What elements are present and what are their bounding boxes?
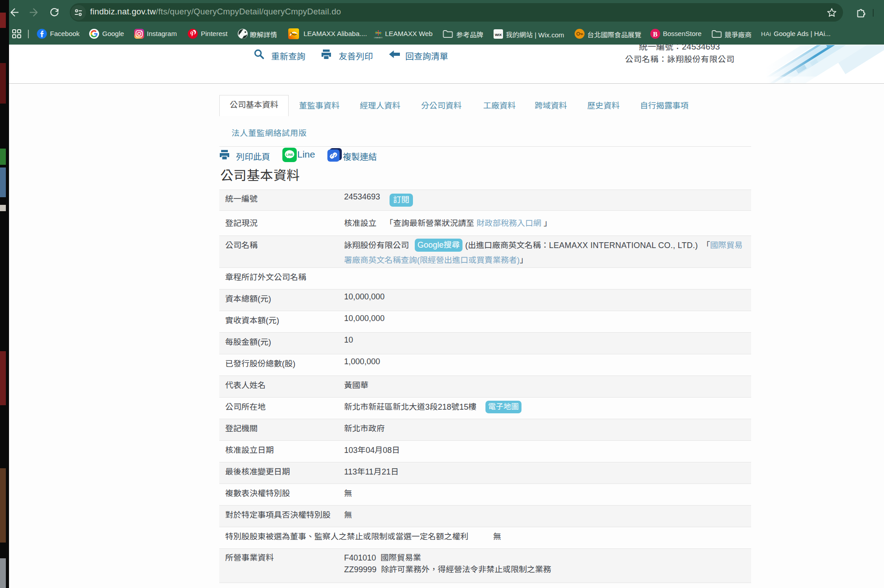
svg-text:B: B — [653, 31, 657, 38]
svg-text:LINE: LINE — [286, 153, 293, 156]
svg-text:LEAMAXX: LEAMAXX — [374, 36, 383, 39]
svg-text:WIX: WIX — [495, 33, 502, 37]
